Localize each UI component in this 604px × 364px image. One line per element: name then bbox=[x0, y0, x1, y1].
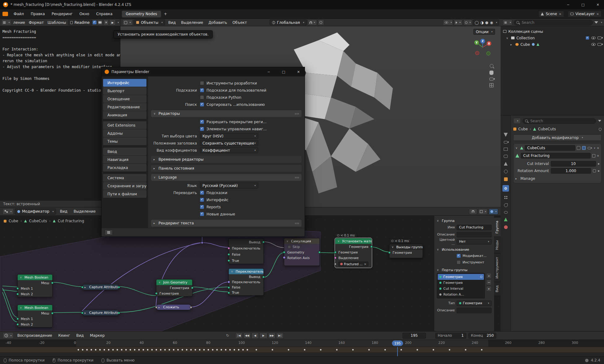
node-menu-view[interactable]: Вид bbox=[57, 209, 70, 214]
tab-tool-icon[interactable] bbox=[504, 133, 508, 137]
prefs-tab-animation[interactable]: Анимация bbox=[103, 111, 146, 119]
frame-end-field[interactable]: Конец250 bbox=[468, 333, 496, 339]
modifier-wrench-icon[interactable] bbox=[532, 43, 535, 46]
prefs-menu-button[interactable] bbox=[105, 230, 113, 235]
render-display-icon[interactable] bbox=[588, 147, 591, 149]
jump-to-start-button[interactable]: |◀ bbox=[235, 333, 243, 339]
proportional-editing-toggle[interactable] bbox=[318, 20, 324, 25]
unlink-text-button[interactable]: ✕ bbox=[103, 20, 109, 25]
transform-orientation-dropdown[interactable]: Глобальная▾ bbox=[270, 20, 307, 25]
properties-funnel-icon[interactable] bbox=[598, 120, 601, 122]
translate-tooltips-checkbox[interactable] bbox=[200, 191, 204, 195]
group-section-header[interactable]: ∨Группа bbox=[437, 218, 492, 224]
socket-true-in[interactable] bbox=[228, 292, 230, 294]
socket-geometry-out[interactable] bbox=[318, 251, 321, 254]
rotation-amount-value[interactable]: 1.000 bbox=[551, 168, 591, 174]
collection-checkbox[interactable] bbox=[586, 36, 589, 40]
jump-to-end-button[interactable]: ▶| bbox=[276, 333, 284, 339]
prefs-tab-keymap[interactable]: Раскладка bbox=[103, 164, 146, 171]
tab-constraints-icon[interactable] bbox=[504, 211, 508, 214]
current-frame-field[interactable]: 195 bbox=[402, 333, 426, 339]
current-frame-badge[interactable]: 195 bbox=[392, 340, 403, 346]
language-dropdown[interactable]: Русский (Русский)▾ bbox=[200, 183, 258, 188]
socket-material-in[interactable] bbox=[334, 263, 337, 265]
animate-dot-icon[interactable] bbox=[598, 163, 599, 165]
object-render-camera-icon[interactable] bbox=[597, 43, 602, 46]
modifier-name-field[interactable]: CubeCuts bbox=[525, 145, 575, 151]
unlink-nodegroup-icon[interactable]: ✕ bbox=[597, 154, 599, 158]
viewport-options-dropdown[interactable]: Опции▾ bbox=[473, 29, 495, 35]
header-position-dropdown[interactable]: Сохранять существующее▾ bbox=[200, 140, 258, 146]
tab-viewlayer-icon[interactable] bbox=[504, 155, 508, 158]
shading-menu-icon[interactable]: ▾ bbox=[496, 21, 497, 24]
sort-by-usage-checkbox[interactable] bbox=[200, 102, 204, 106]
remove-port-button[interactable]: − bbox=[486, 280, 492, 285]
socket-output[interactable] bbox=[262, 241, 265, 243]
breadcrumb-nodegroup[interactable]: CubeCuts bbox=[538, 127, 556, 131]
text-datablock[interactable]: Readme bbox=[68, 20, 92, 25]
register-checkbox[interactable] bbox=[93, 20, 97, 24]
collection-render-camera-icon[interactable] bbox=[597, 37, 602, 39]
prefs-tab-lights[interactable]: Освещение bbox=[103, 95, 146, 103]
collection-visibility-eye-icon[interactable] bbox=[591, 37, 596, 39]
prefs-tab-viewport[interactable]: Вьюпорт bbox=[103, 87, 146, 95]
modifier-close-icon[interactable]: ✕ bbox=[597, 146, 599, 150]
socket-geometry-out[interactable] bbox=[118, 312, 119, 314]
chevron-down-icon[interactable]: ∨ bbox=[515, 146, 519, 150]
node-capture-attribute-1[interactable]: ▸Capture Attribute bbox=[82, 284, 119, 290]
interaction-mode-dropdown[interactable]: Объекты▾ bbox=[134, 20, 165, 25]
chevron-right-icon[interactable]: ▸ bbox=[511, 43, 514, 46]
tab-physics-icon[interactable] bbox=[504, 203, 508, 207]
port-type-dropdown[interactable]: Геометрия▾ bbox=[457, 301, 492, 306]
tab-view[interactable]: Вид bbox=[494, 282, 501, 295]
translate-new-data-checkbox[interactable] bbox=[200, 212, 204, 216]
gizmo-z-axis[interactable]: Z bbox=[480, 39, 485, 44]
prefs-tab-interface[interactable]: Интерфейс bbox=[103, 79, 146, 87]
node-switch-2[interactable]: ∨Переключатель Вывод Переключатель False… bbox=[228, 268, 264, 296]
manage-section[interactable]: ▸ Manage bbox=[515, 176, 599, 181]
tab-node[interactable]: Ноды bbox=[494, 237, 501, 253]
filter-icon[interactable] bbox=[594, 21, 598, 24]
orthographic-grid-icon[interactable] bbox=[489, 83, 493, 87]
timeline-menu-view[interactable]: Вид bbox=[74, 333, 86, 338]
gizmo-y-negative[interactable] bbox=[486, 51, 490, 55]
socket-geometry-out[interactable] bbox=[370, 245, 373, 248]
object-visibility-eye-icon[interactable] bbox=[591, 43, 596, 46]
dev-tools-checkbox[interactable] bbox=[200, 81, 204, 85]
socket-geometry-out[interactable] bbox=[191, 287, 193, 289]
prefs-tab-input[interactable]: Ввод bbox=[103, 148, 146, 155]
outliner-filter-menu-icon[interactable]: ▾ bbox=[601, 21, 602, 24]
gizmos-dropdown[interactable]: ▾ bbox=[463, 20, 472, 25]
color-tag-dropdown[interactable]: Нет▾ bbox=[457, 239, 492, 245]
menu-window[interactable]: Окно bbox=[76, 11, 93, 17]
collection-row[interactable]: ∨ Collection bbox=[502, 35, 603, 41]
copy-nodegroup-icon[interactable] bbox=[592, 154, 595, 158]
port-item-selected[interactable]: Геометрия bbox=[438, 274, 484, 280]
prefs-tab-addons[interactable]: Аддоны bbox=[103, 129, 146, 137]
timeline-ruler[interactable]: -40-200204060801001201401601802002202402… bbox=[0, 340, 604, 347]
playhead-line[interactable] bbox=[397, 347, 398, 356]
text-menu-select[interactable]: ление bbox=[12, 20, 27, 25]
language-section-header[interactable]: ∨Language≡≡ bbox=[151, 174, 302, 181]
node-overlays-toggle[interactable]: ▾ bbox=[478, 209, 488, 214]
text-menu-templates[interactable]: Шаблоны bbox=[46, 20, 68, 25]
add-workspace-button[interactable]: + bbox=[162, 11, 169, 17]
realtime-display-icon[interactable] bbox=[582, 146, 586, 150]
python-tooltips-checkbox[interactable] bbox=[200, 95, 204, 99]
remove-viewlayer-icon[interactable]: ✕ bbox=[597, 12, 599, 16]
group-description-field[interactable] bbox=[457, 232, 492, 237]
modifier-extras-menu-icon[interactable]: ▾ bbox=[594, 147, 595, 150]
socket-output[interactable] bbox=[262, 276, 265, 278]
editors-section-header[interactable]: ∨Редакторы≡≡ bbox=[151, 110, 302, 117]
socket-geometry-in[interactable] bbox=[334, 251, 337, 254]
breadcrumb-object[interactable]: Cube bbox=[518, 127, 528, 131]
gizmo-y-axis[interactable]: Y bbox=[474, 40, 479, 45]
frame-start-field[interactable]: Начало1 bbox=[435, 333, 466, 339]
node-group-output[interactable]: ∨Выходы группы Геометрия bbox=[389, 244, 423, 258]
socket-mesh1-in[interactable] bbox=[16, 287, 19, 290]
translate-reports-checkbox[interactable] bbox=[200, 205, 204, 209]
node-group-field[interactable]: Cut Fracturing bbox=[521, 153, 591, 158]
node-capture-attribute-2[interactable]: ▸Capture Attribute bbox=[82, 310, 119, 316]
timeline-menu-playback[interactable]: Воспроизведение bbox=[15, 333, 54, 338]
node-snapping-toggle[interactable] bbox=[469, 209, 477, 214]
